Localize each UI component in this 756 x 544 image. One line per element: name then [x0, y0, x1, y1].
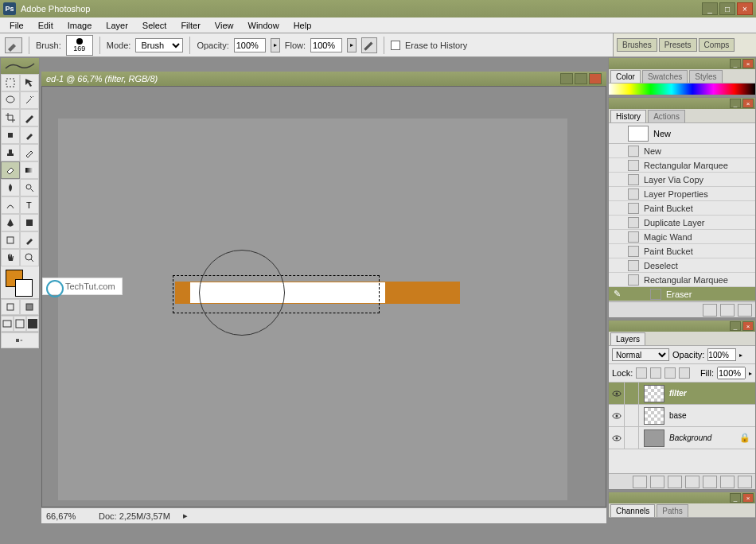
brush-preset-picker[interactable]: 169 [66, 35, 93, 56]
layer-opacity-input[interactable] [707, 348, 736, 361]
path-tool-icon[interactable] [1, 196, 20, 214]
zoom-tool-icon[interactable] [20, 249, 39, 266]
tab-history[interactable]: History [610, 110, 646, 122]
screen-full-icon[interactable] [26, 316, 39, 332]
history-snapshot[interactable]: New [609, 123, 755, 144]
lasso-tool-icon[interactable] [1, 91, 20, 109]
new-document-icon[interactable] [720, 304, 735, 317]
visibility-icon[interactable] [609, 405, 625, 427]
link-icon[interactable] [625, 427, 639, 449]
panel-minimize-button[interactable]: _ [730, 99, 741, 108]
fill-arrow-icon[interactable]: ▸ [749, 370, 752, 377]
tab-channels[interactable]: Channels [610, 504, 655, 517]
panel-close-button[interactable]: × [742, 59, 754, 68]
erase-history-checkbox[interactable] [391, 41, 400, 50]
layer-link-icon[interactable] [633, 476, 647, 488]
marquee-tool-icon[interactable] [1, 74, 20, 91]
current-tool-icon[interactable] [5, 37, 22, 53]
tab-actions[interactable]: Actions [648, 110, 685, 122]
opacity-arrow-icon[interactable]: ▸ [739, 352, 742, 359]
move-tool-icon[interactable] [20, 74, 39, 91]
menu-help[interactable]: Help [287, 19, 318, 32]
flow-arrow-icon[interactable]: ▸ [347, 38, 357, 52]
history-item[interactable]: Paint Bucket [609, 244, 755, 258]
well-tab-comps[interactable]: Comps [699, 38, 735, 52]
screen-full-menu-icon[interactable] [14, 316, 26, 332]
layer-folder-icon[interactable] [685, 476, 699, 488]
notes-tool-icon[interactable] [1, 231, 20, 249]
opacity-input[interactable] [234, 38, 266, 52]
hand-tool-icon[interactable] [1, 249, 20, 266]
mode-select[interactable]: Brush [135, 38, 183, 52]
menu-view[interactable]: View [208, 19, 240, 32]
panel-minimize-button[interactable]: _ [730, 59, 741, 68]
history-item[interactable]: Magic Wand [609, 230, 755, 244]
history-item[interactable]: Deselect [609, 258, 755, 273]
pen-tool-icon[interactable] [1, 214, 20, 231]
panel-close-button[interactable]: × [742, 493, 754, 503]
document-titlebar[interactable]: ed-1 @ 66,7% (filter, RGB/8) [41, 72, 606, 86]
menu-filter[interactable]: Filter [174, 19, 206, 32]
menu-layer[interactable]: Layer [99, 19, 134, 32]
opacity-arrow-icon[interactable]: ▸ [271, 38, 280, 52]
delete-layer-icon[interactable] [738, 476, 752, 488]
menu-file[interactable]: File [3, 19, 30, 32]
dodge-tool-icon[interactable] [20, 179, 39, 196]
lock-transparency-icon[interactable] [636, 367, 647, 379]
panel-close-button[interactable]: × [742, 321, 754, 331]
panel-minimize-button[interactable]: _ [730, 321, 741, 331]
well-tab-brushes[interactable]: Brushes [617, 38, 657, 52]
menu-image[interactable]: Image [61, 19, 99, 32]
layer-row[interactable]: Background🔒 [609, 427, 755, 449]
quickmask-mode-icon[interactable] [20, 299, 39, 315]
background-color[interactable] [15, 279, 33, 297]
tab-swatches[interactable]: Swatches [642, 70, 688, 83]
wand-tool-icon[interactable] [20, 91, 39, 109]
blend-mode-select[interactable]: Normal [612, 348, 669, 361]
panel-minimize-button[interactable]: _ [730, 493, 741, 503]
history-item[interactable]: Rectangular Marquee [609, 158, 755, 173]
panel-close-button[interactable]: × [742, 99, 754, 108]
link-icon[interactable] [625, 405, 639, 427]
tab-color[interactable]: Color [610, 70, 641, 83]
stamp-tool-icon[interactable] [1, 144, 20, 161]
visibility-icon[interactable] [609, 383, 625, 405]
new-snapshot-icon[interactable] [703, 304, 717, 317]
maximize-button[interactable]: □ [719, 2, 735, 15]
eyedropper-tool-icon[interactable] [20, 231, 39, 249]
layer-row[interactable]: base [609, 405, 755, 427]
well-tab-presets[interactable]: Presets [659, 38, 697, 52]
menu-select[interactable]: Select [136, 19, 173, 32]
layer-style-icon[interactable] [650, 476, 664, 488]
eraser-tool-icon[interactable] [1, 161, 20, 179]
close-button[interactable]: × [737, 2, 753, 15]
trash-icon[interactable] [738, 304, 752, 317]
history-item[interactable]: ✎Eraser [609, 287, 755, 301]
tab-paths[interactable]: Paths [657, 504, 688, 517]
standard-mode-icon[interactable] [1, 299, 20, 315]
layer-adjust-icon[interactable] [703, 476, 717, 488]
new-layer-icon[interactable] [720, 476, 735, 488]
history-item[interactable]: Rectangular Marquee [609, 273, 755, 287]
gradient-tool-icon[interactable] [20, 161, 39, 179]
flow-input[interactable] [310, 38, 342, 52]
crop-tool-icon[interactable] [1, 109, 20, 126]
history-item[interactable]: Duplicate Layer [609, 216, 755, 230]
doc-maximize-button[interactable] [575, 73, 587, 84]
doc-size[interactable]: Doc: 2,25M/3,57M [99, 511, 170, 521]
minimize-button[interactable]: _ [702, 2, 718, 15]
layer-row[interactable]: filter [609, 383, 755, 405]
imageready-icon[interactable] [1, 332, 39, 348]
history-item[interactable]: Paint Bucket [609, 201, 755, 216]
tab-styles[interactable]: Styles [689, 70, 722, 83]
visibility-icon[interactable] [609, 427, 625, 449]
type-tool-icon[interactable]: T [20, 196, 39, 214]
airbrush-icon[interactable] [361, 37, 377, 53]
layer-mask-icon[interactable] [668, 476, 682, 488]
history-item[interactable]: Layer Properties [609, 187, 755, 201]
healing-tool-icon[interactable] [1, 126, 20, 144]
toolbox-header-icon[interactable] [1, 58, 39, 74]
history-brush-tool-icon[interactable] [20, 144, 39, 161]
doc-close-button[interactable] [589, 73, 602, 84]
brush-tool-icon[interactable] [20, 126, 39, 144]
